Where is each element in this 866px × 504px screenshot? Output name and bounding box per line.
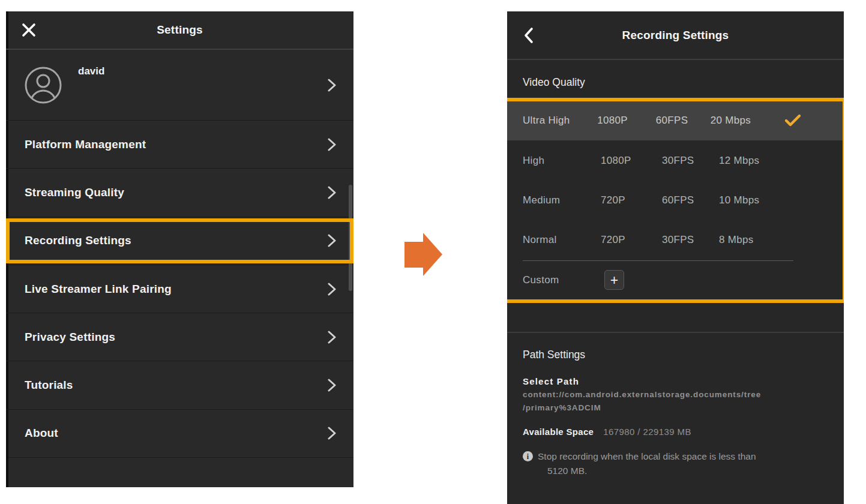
quality-row-medium[interactable]: Medium 720P 60FPS 10 Mbps xyxy=(507,181,844,220)
profile-username: david xyxy=(78,65,104,77)
flow-arrow-icon xyxy=(404,233,442,276)
available-space-label: Available Space xyxy=(523,427,594,437)
chevron-right-icon xyxy=(328,185,336,200)
quality-bitrate: 8 Mbps xyxy=(719,234,797,246)
menu-item-label: Privacy Settings xyxy=(25,331,115,344)
path-line-1: content://com.android.externalstorage.do… xyxy=(523,390,761,399)
check-icon xyxy=(785,115,801,127)
add-custom-quality-button[interactable]: + xyxy=(604,270,624,290)
video-quality-section-label: Video Quality xyxy=(523,76,585,89)
select-path-label[interactable]: Select Path xyxy=(523,376,823,386)
quality-row-high[interactable]: High 1080P 30FPS 12 Mbps xyxy=(507,140,844,180)
settings-header: Settings xyxy=(6,11,353,50)
path-settings-section: Path Settings Select Path content://com.… xyxy=(507,333,844,478)
recording-settings-header: Recording Settings xyxy=(507,11,844,60)
video-quality-table: Ultra High 1080P 60FPS 20 Mbps High 1080… xyxy=(507,101,844,300)
quality-bitrate: 10 Mbps xyxy=(719,194,797,206)
quality-resolution: 1080P xyxy=(601,155,662,167)
back-chevron-icon xyxy=(524,27,534,44)
sidebar-item-tutorials[interactable]: Tutorials xyxy=(6,361,353,409)
scrollbar[interactable] xyxy=(349,185,352,291)
chevron-right-icon xyxy=(328,282,336,296)
sidebar-item-streaming-quality[interactable]: Streaming Quality xyxy=(6,168,353,216)
available-space-value: 167980 / 229139 MB xyxy=(603,427,691,437)
quality-resolution: 1080P xyxy=(597,115,656,127)
custom-row-divider xyxy=(523,260,793,261)
sidebar-item-recording-settings[interactable]: Recording Settings xyxy=(6,217,353,265)
quality-name: Normal xyxy=(523,234,601,246)
quality-bitrate: 20 Mbps xyxy=(711,115,785,127)
quality-fps: 60FPS xyxy=(656,115,711,127)
quality-name: High xyxy=(523,155,601,167)
avatar-icon xyxy=(24,66,62,104)
chevron-right-icon xyxy=(328,78,336,92)
note-line-1: Stop recording when the local disk space… xyxy=(538,451,756,461)
quality-resolution: 720P xyxy=(601,234,662,246)
chevron-right-icon xyxy=(328,426,336,440)
note-line-2: 5120 MB. xyxy=(538,466,587,476)
quality-name: Medium xyxy=(523,194,601,206)
menu-item-label: Platform Management xyxy=(25,138,146,151)
chevron-right-icon xyxy=(328,233,336,248)
settings-screen: Settings david Platform Mana xyxy=(6,11,353,487)
quality-row-custom[interactable]: Custom + xyxy=(507,260,844,300)
chevron-right-icon xyxy=(328,137,336,152)
quality-fps: 60FPS xyxy=(662,194,719,206)
quality-row-normal[interactable]: Normal 720P 30FPS 8 Mbps xyxy=(507,220,844,260)
sidebar-item-about[interactable]: About xyxy=(6,409,353,457)
menu-item-label: Recording Settings xyxy=(25,234,131,247)
menu-item-label: Live Streamer Link Pairing xyxy=(25,283,172,296)
page-title: Settings xyxy=(6,23,353,37)
info-icon: i xyxy=(523,451,533,461)
page-title: Recording Settings xyxy=(507,29,844,42)
list-end-divider xyxy=(6,457,353,458)
screenshot-canvas: Settings david Platform Mana xyxy=(0,0,866,504)
chevron-right-icon xyxy=(328,378,336,392)
menu-item-label: Streaming Quality xyxy=(25,186,124,199)
path-line-2: /primary%3ADCIM xyxy=(523,403,601,412)
path-settings-section-label: Path Settings xyxy=(523,349,823,361)
close-button[interactable] xyxy=(16,17,42,43)
profile-row[interactable]: david xyxy=(6,50,353,120)
quality-row-ultra-high[interactable]: Ultra High 1080P 60FPS 20 Mbps xyxy=(507,101,844,140)
back-button[interactable] xyxy=(516,22,542,49)
sidebar-item-platform-management[interactable]: Platform Management xyxy=(6,120,353,168)
quality-bitrate: 12 Mbps xyxy=(719,155,797,167)
menu-item-label: Tutorials xyxy=(25,379,73,392)
quality-name: Ultra High xyxy=(523,115,597,127)
recording-settings-screen: Recording Settings Video Quality Ultra H… xyxy=(507,11,844,504)
available-space-row: Available Space 167980 / 229139 MB xyxy=(523,427,823,437)
sidebar-item-live-streamer-link-pairing[interactable]: Live Streamer Link Pairing xyxy=(6,265,353,313)
close-icon xyxy=(21,22,37,38)
disk-space-note: i Stop recording when the local disk spa… xyxy=(523,449,823,478)
quality-fps: 30FPS xyxy=(662,155,719,167)
quality-name: Custom xyxy=(523,274,601,286)
quality-resolution: 720P xyxy=(601,194,662,206)
chevron-right-icon xyxy=(328,330,336,344)
sidebar-item-privacy-settings[interactable]: Privacy Settings xyxy=(6,313,353,361)
quality-fps: 30FPS xyxy=(662,234,719,246)
note-text: Stop recording when the local disk space… xyxy=(538,449,756,478)
menu-item-label: About xyxy=(25,427,58,440)
selected-path-value[interactable]: content://com.android.externalstorage.do… xyxy=(523,388,823,415)
